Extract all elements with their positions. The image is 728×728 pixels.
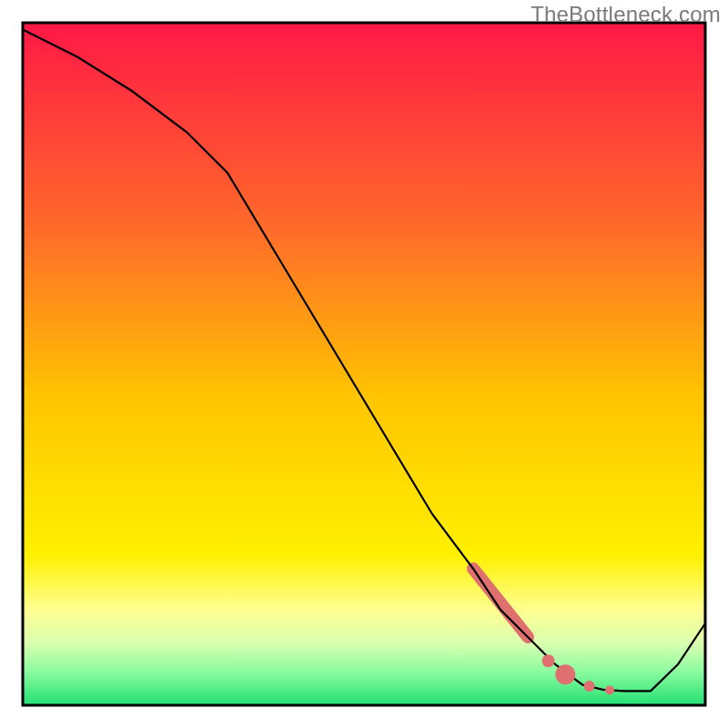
dot-a — [542, 654, 555, 667]
chart-container: TheBottleneck.com — [0, 0, 728, 728]
plot-background — [23, 23, 705, 705]
dot-b — [555, 664, 575, 684]
dot-d — [605, 686, 614, 695]
dot-c — [584, 681, 595, 692]
bottleneck-chart — [0, 0, 728, 728]
